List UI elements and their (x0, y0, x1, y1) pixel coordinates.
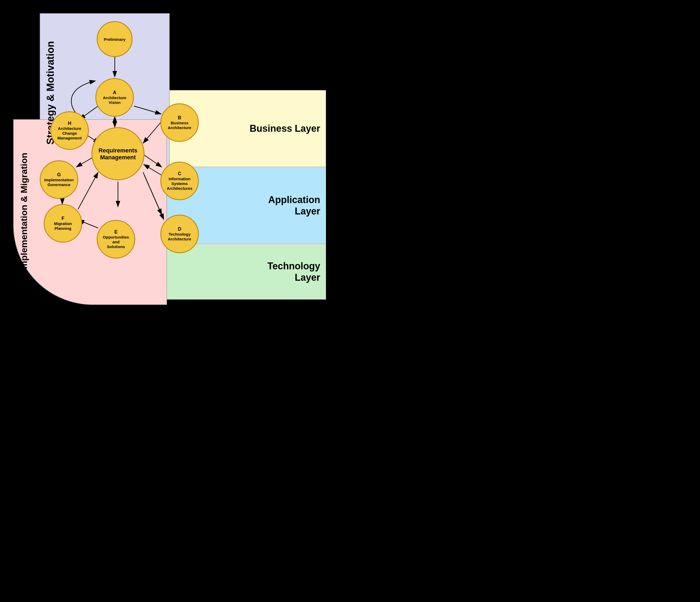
node-c: C InformationSystemsArchitectures (160, 162, 199, 200)
node-a: A ArchitectureVision (95, 78, 134, 117)
node-d-text: TechnologyArchitecture (168, 232, 191, 242)
node-f: F MigrationPlanning (44, 204, 82, 243)
node-preliminary: Preliminary (97, 21, 132, 57)
node-center: RequirementsManagement (92, 127, 145, 180)
node-a-letter: A (113, 90, 116, 95)
node-e-text: OpportunitiesandSolutions (103, 235, 129, 249)
node-h-text: ArchitectureChangeManagement (57, 126, 82, 141)
preliminary-label: Preliminary (104, 37, 126, 42)
node-b-text: BusinessArchitecture (168, 121, 191, 130)
node-center-text: RequirementsManagement (99, 147, 138, 161)
application-layer-label: ApplicationLayer (268, 194, 320, 217)
node-a-text: ArchitectureVision (103, 95, 126, 105)
node-b-letter: B (178, 115, 181, 120)
node-h-letter: H (68, 121, 71, 126)
node-c-letter: C (178, 171, 181, 176)
node-b: B BusinessArchitecture (160, 103, 199, 142)
implementation-bg (13, 119, 167, 305)
implementation-label: Implementation & Migration (19, 153, 29, 272)
node-g: G ImplementationGovernance (40, 160, 78, 199)
node-c-text: InformationSystemsArchitectures (167, 177, 193, 191)
node-e-letter: E (114, 230, 118, 234)
node-h: H ArchitectureChangeManagement (50, 111, 89, 150)
node-f-text: MigrationPlanning (54, 221, 72, 231)
node-f-letter: F (61, 216, 65, 221)
node-g-text: ImplementationGovernance (44, 178, 74, 187)
strategy-section: Strategy & Motivation (40, 13, 61, 172)
technology-layer-label: TechnologyLayer (268, 260, 320, 283)
node-e: E OpportunitiesandSolutions (97, 220, 135, 258)
node-g-letter: G (57, 172, 61, 177)
implementation-section: Implementation & Migration (13, 119, 34, 305)
business-layer-label: Business Layer (250, 123, 320, 134)
node-d-letter: D (178, 227, 181, 231)
node-d: D TechnologyArchitecture (160, 215, 199, 253)
diagram-container: Business Layer ApplicationLayer Technolo… (13, 13, 326, 305)
